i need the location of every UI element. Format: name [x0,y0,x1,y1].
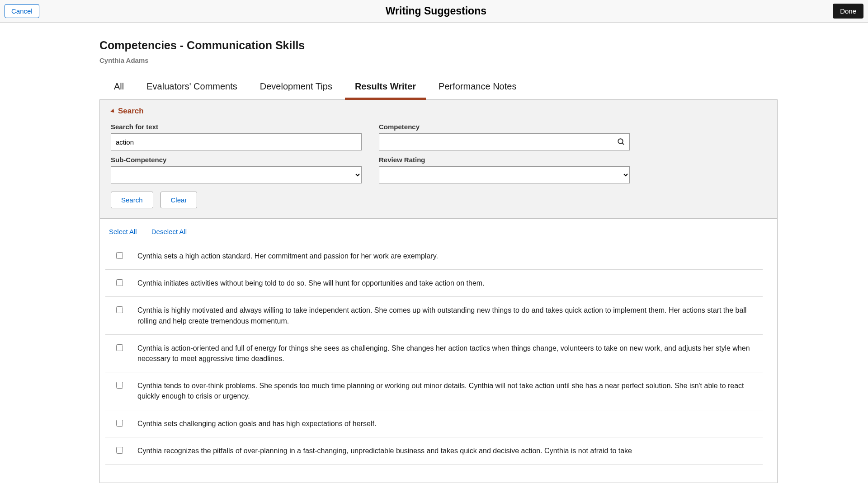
result-item: Cynthia sets a high action standard. Her… [105,243,763,270]
results-panel: Select All Deselect All Cynthia sets a h… [99,219,778,483]
search-text-label: Search for text [111,123,362,131]
result-checkbox[interactable] [116,382,123,389]
form-column-right: Competency Review Rating [379,123,630,183]
tab-development-tips[interactable]: Development Tips [260,81,332,99]
tab-results-writer[interactable]: Results Writer [355,81,416,99]
results-list: Cynthia sets a high action standard. Her… [105,243,763,465]
result-text: Cynthia is action-oriented and full of e… [137,343,763,364]
competency-input[interactable] [379,133,630,150]
svg-point-0 [618,139,623,144]
competency-label: Competency [379,123,630,131]
cancel-button[interactable]: Cancel [5,4,39,18]
tab-evaluators-comments[interactable]: Evaluators' Comments [146,81,237,99]
select-all-link[interactable]: Select All [109,228,137,235]
result-item: Cynthia is highly motivated and always w… [105,297,763,334]
svg-line-1 [622,143,624,145]
done-button[interactable]: Done [833,4,863,19]
result-text: Cynthia is highly motivated and always w… [137,305,763,326]
search-text-group: Search for text [111,123,362,150]
tab-list: All Evaluators' Comments Development Tip… [99,81,778,99]
form-column-left: Search for text Sub-Competency [111,123,362,183]
select-links: Select All Deselect All [105,228,763,235]
search-button[interactable]: Search [111,192,153,208]
search-collapse-toggle[interactable]: Search [111,107,766,116]
result-text: Cynthia recognizes the pitfalls of over-… [137,446,632,456]
result-item: Cynthia initiates activities without bei… [105,270,763,297]
content-scroll-area[interactable]: Competencies - Communication Skills Cynt… [0,23,868,488]
result-checkbox[interactable] [116,279,123,286]
search-form: Search for text Sub-Competency Competenc… [111,123,766,183]
deselect-all-link[interactable]: Deselect All [151,228,187,235]
result-checkbox[interactable] [116,344,123,351]
result-checkbox[interactable] [116,447,123,454]
search-icon[interactable] [617,138,625,146]
review-rating-group: Review Rating [379,156,630,183]
search-text-input[interactable] [111,133,362,150]
competency-group: Competency [379,123,630,150]
result-checkbox[interactable] [116,252,123,259]
result-item: Cynthia recognizes the pitfalls of over-… [105,437,763,465]
search-header-label: Search [118,107,144,116]
review-rating-label: Review Rating [379,156,630,164]
tab-performance-notes[interactable]: Performance Notes [439,81,516,99]
sub-competency-group: Sub-Competency [111,156,362,183]
tab-all[interactable]: All [114,81,124,99]
page-title-header: Writing Suggestions [386,5,486,17]
search-action-buttons: Search Clear [111,192,766,208]
sub-competency-select[interactable] [111,166,362,183]
search-panel: Search Search for text Sub-Competency [99,99,778,219]
sub-competency-label: Sub-Competency [111,156,362,164]
clear-button[interactable]: Clear [160,192,198,208]
employee-name: Cynthia Adams [99,56,778,64]
section-title: Competencies - Communication Skills [99,39,778,52]
result-item: Cynthia sets challenging action goals an… [105,410,763,437]
chevron-down-icon [110,108,116,114]
review-rating-select[interactable] [379,166,630,183]
result-text: Cynthia initiates activities without bei… [137,278,485,288]
result-text: Cynthia sets a high action standard. Her… [137,251,438,261]
result-item: Cynthia is action-oriented and full of e… [105,335,763,372]
result-checkbox[interactable] [116,306,123,313]
result-item: Cynthia tends to over-think problems. Sh… [105,372,763,410]
result-text: Cynthia tends to over-think problems. Sh… [137,380,763,401]
result-text: Cynthia sets challenging action goals an… [137,418,376,429]
header-bar: Cancel Writing Suggestions Done [0,0,868,23]
competency-input-wrapper [379,133,630,150]
result-checkbox[interactable] [116,420,123,427]
